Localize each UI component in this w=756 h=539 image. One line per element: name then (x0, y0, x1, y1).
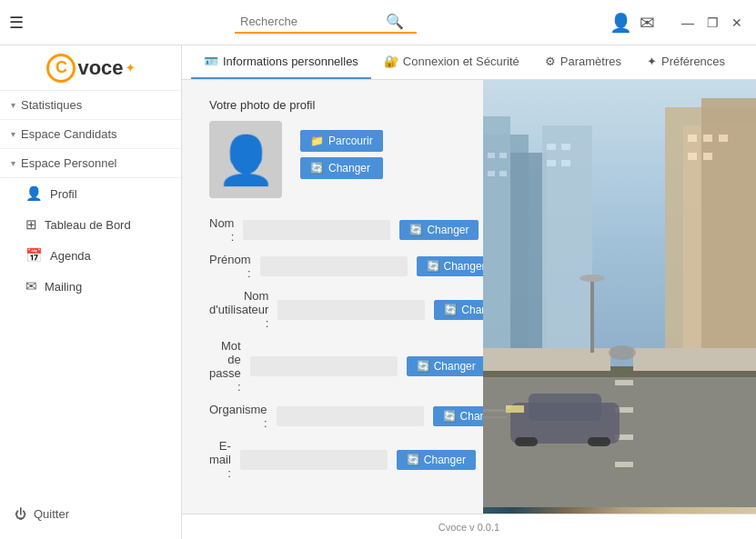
svg-rect-16 (688, 135, 697, 142)
field-email-change-btn[interactable]: 🔄 Changer (397, 450, 476, 470)
field-email-btn-label: Changer (424, 454, 466, 466)
field-organisme-input[interactable] (277, 406, 424, 426)
sidebar-item-profil[interactable]: 👤 Profil (0, 178, 181, 209)
chevron-icon: ▾ (11, 158, 15, 168)
city-svg (483, 80, 756, 507)
browse-button[interactable]: 📁 Parcourir (300, 130, 383, 152)
main-area: C voce ✦ ▾ Statistiques ▾ Espace Candida… (0, 45, 756, 539)
svg-point-37 (580, 274, 605, 282)
field-nom-btn-label: Changer (427, 224, 469, 236)
sidebar-section: ▾ Statistiques ▾ Espace Candidats ▾ Espa… (0, 91, 181, 302)
svg-rect-10 (561, 144, 570, 150)
titlebar-left: ☰ (9, 13, 42, 33)
bg-image-area (483, 80, 756, 514)
footer: Cvoce v 0.0.1 (182, 514, 756, 539)
close-button[interactable]: ✕ (727, 14, 747, 32)
change-photo-label: Changer (328, 162, 370, 175)
field-nom-change-btn[interactable]: 🔄 Changer (399, 220, 479, 240)
tab-informations-personnelles[interactable]: 🪪 Informations personnelles (191, 45, 371, 79)
field-organisme-btn-label: Changer (460, 410, 483, 423)
svg-rect-18 (719, 135, 728, 142)
photo-section: Votre photo de profil 👤 📁 Parcourir 🔄 (209, 98, 456, 198)
sidebar-item-tableau[interactable]: ⊞ Tableau de Bord (0, 209, 181, 240)
tabs-bar: 🪪 Informations personnelles 🔐 Connexion … (182, 45, 756, 80)
sidebar-logo: C voce ✦ (0, 45, 181, 91)
user-icon: 👤 (25, 185, 43, 202)
tab-label: Préférences (661, 55, 725, 68)
minimize-button[interactable]: — (677, 14, 699, 32)
field-password-label: Mot de passe : (209, 339, 241, 394)
sidebar-item-label: Agenda (50, 249, 91, 263)
tab-label: Informations personnelles (223, 55, 358, 68)
sidebar-footer-quit[interactable]: ⏻ Quitter (0, 498, 181, 530)
titlebar-center: 🔍 (42, 11, 610, 34)
hamburger-icon[interactable]: ☰ (9, 13, 24, 33)
power-icon: ⏻ (15, 507, 26, 521)
chevron-icon: ▾ (11, 100, 15, 110)
field-organisme-label: Organisme : (209, 403, 267, 430)
field-email-input[interactable] (240, 450, 388, 470)
sidebar-group-statistiques[interactable]: ▾ Statistiques (0, 91, 181, 120)
field-username-label: Nom d'utilisateur : (209, 289, 268, 330)
svg-rect-19 (688, 153, 697, 160)
field-password-input[interactable] (250, 356, 398, 376)
svg-rect-7 (488, 171, 495, 176)
field-prenom: Prénom : 🔄 Changer (209, 253, 456, 280)
tab-label: Connexion et Sécurité (403, 55, 519, 68)
sidebar-item-agenda[interactable]: 📅 Agenda (0, 240, 181, 271)
dashboard-icon: ⊞ (25, 216, 37, 233)
gear-icon: ⚙ (545, 55, 556, 68)
search-icon[interactable]: 🔍 (386, 13, 404, 30)
field-nom: Nom : 🔄 Changer (209, 216, 456, 244)
logo-c-letter: C (55, 58, 67, 77)
svg-rect-36 (590, 280, 594, 353)
search-input[interactable] (240, 15, 386, 28)
tab-preferences[interactable]: ✦ Préférences (634, 45, 738, 79)
svg-rect-17 (703, 135, 712, 142)
refresh-icon: 🔄 (409, 224, 423, 236)
content-area: 🪪 Informations personnelles 🔐 Connexion … (182, 45, 756, 539)
field-organisme-change-btn[interactable]: 🔄 Changer (433, 406, 483, 426)
field-password-change-btn[interactable]: 🔄 Changer (407, 356, 483, 376)
tab-parametres[interactable]: ⚙ Paramètres (532, 45, 634, 79)
folder-icon: 📁 (310, 135, 324, 147)
change-photo-button[interactable]: 🔄 Changer (300, 157, 383, 179)
sidebar-group-candidats[interactable]: ▾ Espace Candidats (0, 120, 181, 149)
svg-rect-25 (615, 380, 633, 385)
field-username: Nom d'utilisateur : 🔄 Changer (209, 289, 456, 330)
field-username-input[interactable] (277, 300, 425, 320)
user-account-icon[interactable]: 👤 (610, 12, 632, 34)
sidebar-item-mailing[interactable]: ✉ Mailing (0, 271, 181, 302)
refresh-icon: 🔄 (427, 260, 440, 273)
field-username-btn-label: Changer (461, 304, 483, 316)
sidebar-item-label: Profil (50, 187, 77, 201)
svg-rect-30 (529, 394, 601, 421)
photo-row: 👤 📁 Parcourir 🔄 Changer (209, 121, 456, 198)
field-password: Mot de passe : 🔄 Changer (209, 339, 456, 394)
field-nom-label: Nom : (209, 216, 234, 244)
svg-rect-11 (547, 160, 556, 166)
sidebar-top: C voce ✦ ▾ Statistiques ▾ Espace Candida… (0, 45, 181, 302)
sidebar-group-label: Statistiques (21, 98, 82, 112)
field-username-change-btn[interactable]: 🔄 Changer (434, 300, 483, 320)
field-prenom-input[interactable] (260, 256, 408, 276)
mail-icon[interactable]: ✉ (640, 12, 655, 34)
refresh-icon: 🔄 (443, 410, 457, 423)
maximize-button[interactable]: ❐ (702, 14, 723, 32)
svg-rect-8 (499, 171, 507, 176)
field-prenom-label: Prénom : (209, 253, 251, 280)
chevron-icon: ▾ (11, 129, 15, 139)
sidebar: C voce ✦ ▾ Statistiques ▾ Espace Candida… (0, 45, 182, 539)
svg-rect-6 (499, 153, 507, 158)
sidebar-group-personnel[interactable]: ▾ Espace Personnel (0, 149, 181, 178)
sidebar-group-label: Espace Personnel (21, 156, 117, 170)
tab-connexion-securite[interactable]: 🔐 Connexion et Sécurité (371, 45, 532, 79)
field-nom-input[interactable] (243, 220, 390, 240)
svg-rect-5 (488, 153, 495, 158)
app-logo: C voce ✦ (46, 54, 134, 83)
field-prenom-change-btn[interactable]: 🔄 Changer (417, 256, 483, 276)
form-area: Votre photo de profil 👤 📁 Parcourir 🔄 (182, 80, 483, 514)
logo-text: voce (77, 56, 123, 80)
logo-star: ✦ (126, 62, 135, 75)
fields-section: Nom : 🔄 Changer Prénom : 🔄 Changer (209, 216, 456, 480)
